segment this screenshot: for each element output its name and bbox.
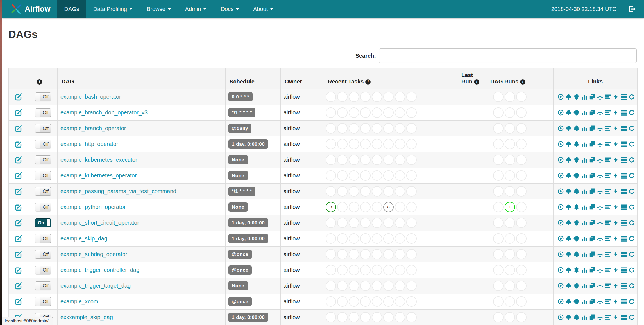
dag-name-link[interactable]: example_python_operator (60, 204, 126, 210)
task-state-circle[interactable] (337, 170, 348, 181)
landing-times-icon[interactable] (597, 299, 603, 304)
edit-dag-icon[interactable] (15, 93, 23, 101)
tree-view-icon[interactable] (566, 110, 572, 116)
task-state-circle[interactable] (349, 249, 359, 259)
logs-icon[interactable] (621, 236, 627, 242)
task-state-circle[interactable] (406, 186, 417, 197)
gantt-view-icon[interactable] (605, 204, 611, 210)
task-state-circle[interactable] (349, 170, 359, 181)
task-duration-icon[interactable] (581, 314, 587, 320)
graph-view-icon[interactable] (573, 299, 579, 304)
task-duration-icon[interactable] (581, 110, 587, 116)
task-state-circle[interactable] (406, 155, 417, 165)
refresh-icon[interactable] (629, 220, 634, 226)
edit-dag-icon[interactable] (15, 171, 23, 180)
task-state-circle[interactable] (349, 139, 359, 149)
refresh-icon[interactable] (629, 204, 634, 210)
task-state-circle[interactable] (360, 218, 371, 228)
task-tries-icon[interactable] (589, 267, 595, 273)
dag-name-link[interactable]: example_trigger_target_dag (60, 283, 131, 289)
task-state-circle[interactable] (326, 155, 336, 165)
task-state-circle[interactable] (326, 123, 336, 134)
trigger-dag-icon[interactable] (558, 188, 564, 194)
task-state-circle[interactable] (395, 265, 405, 275)
task-state-circle[interactable] (516, 249, 527, 259)
landing-times-icon[interactable] (597, 267, 603, 273)
task-state-circle[interactable] (349, 92, 359, 102)
refresh-icon[interactable] (629, 173, 634, 179)
task-state-circle[interactable] (326, 296, 336, 307)
logs-icon[interactable] (621, 267, 627, 273)
task-state-circle[interactable] (406, 249, 417, 259)
task-state-circle[interactable] (505, 186, 515, 197)
logs-icon[interactable] (621, 173, 627, 179)
task-state-circle[interactable] (395, 281, 405, 291)
dag-pause-toggle[interactable]: Off (35, 266, 51, 274)
landing-times-icon[interactable] (597, 141, 603, 147)
task-state-circle[interactable] (406, 218, 417, 228)
task-state-circle[interactable] (372, 170, 382, 181)
task-state-circle[interactable] (372, 265, 382, 275)
task-state-circle[interactable] (493, 218, 504, 228)
dag-pause-toggle[interactable]: Off (35, 108, 51, 117)
landing-times-icon[interactable] (597, 283, 603, 289)
task-state-circle[interactable] (360, 170, 371, 181)
task-state-circle[interactable] (360, 107, 371, 118)
header-owner[interactable]: Owner (281, 68, 324, 89)
header-dag[interactable]: DAG (58, 68, 226, 89)
tree-view-icon[interactable] (566, 314, 572, 320)
task-state-circle[interactable] (349, 312, 359, 322)
tree-view-icon[interactable] (566, 283, 572, 289)
task-state-circle[interactable] (337, 249, 348, 259)
task-state-circle[interactable] (406, 312, 417, 322)
task-state-circle[interactable] (349, 265, 359, 275)
nav-item-browse[interactable]: Browse (140, 0, 178, 18)
dag-name-link[interactable]: example_passing_params_via_test_command (60, 188, 176, 194)
task-state-circle[interactable] (493, 296, 504, 307)
dag-name-link[interactable]: example_kubernetes_executor (60, 157, 137, 163)
trigger-dag-icon[interactable] (558, 173, 564, 179)
nav-item-data-profiling[interactable]: Data Profiling (86, 0, 140, 18)
task-tries-icon[interactable] (589, 283, 595, 289)
task-tries-icon[interactable] (589, 236, 595, 242)
graph-view-icon[interactable] (573, 157, 579, 163)
tree-view-icon[interactable] (566, 299, 572, 304)
refresh-icon[interactable] (629, 267, 634, 273)
dag-name-link[interactable]: example_http_operator (60, 141, 118, 147)
task-state-circle[interactable] (337, 233, 348, 244)
task-state-circle[interactable] (516, 218, 527, 228)
task-state-circle[interactable] (493, 155, 504, 165)
task-state-circle[interactable] (383, 139, 394, 149)
task-state-circle[interactable] (383, 186, 394, 197)
task-state-circle[interactable] (372, 92, 382, 102)
code-view-icon[interactable] (613, 236, 619, 242)
task-state-circle[interactable] (493, 281, 504, 291)
tree-view-icon[interactable] (566, 220, 572, 226)
dag-pause-toggle[interactable]: Off (35, 140, 51, 148)
task-state-circle[interactable] (383, 107, 394, 118)
logs-icon[interactable] (621, 125, 627, 131)
tree-view-icon[interactable] (566, 125, 572, 131)
task-state-circle[interactable] (516, 186, 527, 197)
edit-dag-icon[interactable] (15, 187, 23, 195)
dag-name-link[interactable]: example_branch_operator (60, 125, 126, 131)
task-state-circle[interactable] (516, 233, 527, 244)
task-state-circle[interactable] (395, 170, 405, 181)
task-state-circle[interactable] (383, 233, 394, 244)
code-view-icon[interactable] (613, 188, 619, 194)
task-duration-icon[interactable] (581, 299, 587, 304)
task-state-circle[interactable] (337, 265, 348, 275)
task-state-circle[interactable] (505, 123, 515, 134)
gantt-view-icon[interactable] (605, 267, 611, 273)
gantt-view-icon[interactable] (605, 236, 611, 242)
task-state-circle[interactable] (360, 202, 371, 212)
dag-name-link[interactable]: example_kubernetes_operator (60, 172, 137, 179)
dag-pause-toggle[interactable]: Off (35, 171, 51, 180)
tree-view-icon[interactable] (566, 157, 572, 163)
task-state-circle[interactable] (505, 233, 515, 244)
gantt-view-icon[interactable] (605, 314, 611, 320)
tree-view-icon[interactable] (566, 94, 572, 100)
logs-icon[interactable] (621, 314, 627, 320)
task-state-circle[interactable] (516, 107, 527, 118)
task-state-circle[interactable] (383, 155, 394, 165)
